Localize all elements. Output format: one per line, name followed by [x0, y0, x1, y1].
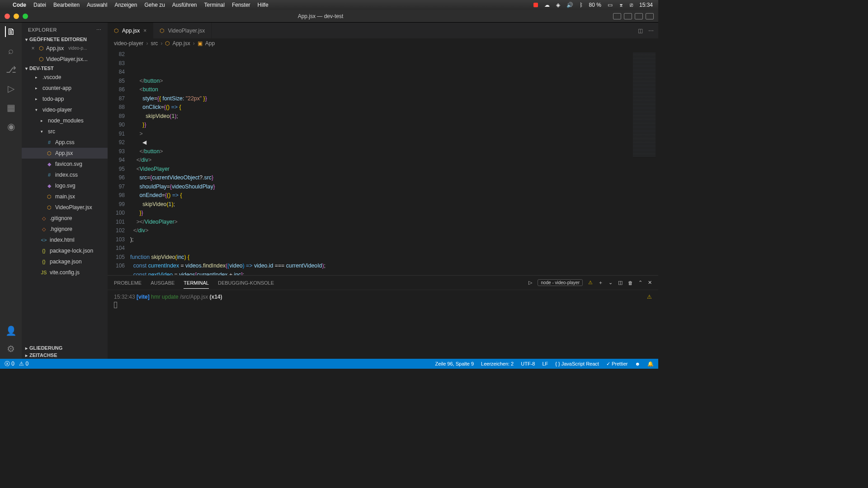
terminal-profile-label[interactable]: node - video-player — [538, 279, 583, 286]
maximize-window-button[interactable] — [23, 14, 28, 19]
error-count-icon[interactable]: ⓧ 0 — [5, 360, 14, 368]
terminal-launch-icon[interactable]: ▷ — [528, 280, 532, 286]
tree-item[interactable]: #App.css — [22, 137, 108, 148]
breadcrumbs[interactable]: video-player› src› ⬡ App.jsx› ▣ App — [108, 38, 658, 48]
language-mode[interactable]: { } JavaScript React — [555, 361, 599, 366]
bluetooth-icon[interactable]: ᛒ — [580, 2, 583, 8]
encoding[interactable]: UTF-8 — [521, 361, 535, 366]
extensions-icon[interactable]: ▦ — [5, 102, 16, 113]
tree-item[interactable]: ▾video-player — [22, 104, 108, 115]
source-control-icon[interactable]: ⎇ — [5, 64, 16, 75]
app-name[interactable]: Code — [13, 2, 26, 8]
open-editor-item[interactable]: ⬡VideoPlayer.jsx... — [22, 54, 108, 65]
file-icon: ⬡ — [46, 203, 52, 212]
menu-window[interactable]: Fenster — [232, 2, 250, 8]
panel-tab-output[interactable]: AUSGABE — [151, 280, 175, 286]
file-icon: ◆ — [46, 181, 52, 190]
menu-run[interactable]: Ausführen — [172, 2, 197, 8]
panel-tab-debug-console[interactable]: DEBUGGING-KONSOLE — [218, 280, 274, 286]
menu-view[interactable]: Anzeigen — [114, 2, 137, 8]
eol[interactable]: LF — [542, 361, 548, 366]
kill-terminal-icon[interactable]: 🗑 — [628, 280, 633, 286]
editor-tab[interactable]: ⬡App.jsx× — [108, 23, 153, 38]
tree-item[interactable]: ⬡main.jsx — [22, 191, 108, 202]
remote-icon[interactable]: ◉ — [5, 121, 16, 132]
terminal-dropdown-icon[interactable]: ⌄ — [609, 280, 613, 286]
project-section[interactable]: ▾ DEV-TEST — [22, 65, 108, 72]
traffic-lights — [5, 14, 28, 19]
accounts-icon[interactable]: 👤 — [5, 325, 16, 336]
file-icon: {} — [41, 257, 47, 266]
editor-more-icon[interactable]: ⋯ — [648, 28, 654, 34]
screen-record-icon[interactable] — [533, 3, 538, 7]
layout-bottom-icon[interactable] — [624, 13, 632, 19]
code-editor[interactable]: ⸼ </button> <button style={{ fontSize: "… — [130, 48, 622, 275]
settings-gear-icon[interactable]: ⚙ — [5, 343, 16, 354]
split-terminal-icon[interactable]: ◫ — [618, 280, 623, 286]
menu-edit[interactable]: Bearbeiten — [53, 2, 80, 8]
prettier-status[interactable]: ✓ Prettier — [606, 361, 628, 367]
panel-maximize-icon[interactable]: ⌃ — [638, 280, 642, 286]
editor-tab[interactable]: ⬡VideoPlayer.jsx — [153, 23, 212, 38]
panel-close-icon[interactable]: ✕ — [648, 280, 652, 286]
tree-item[interactable]: ◆favicon.svg — [22, 159, 108, 169]
tree-item[interactable]: #index.css — [22, 169, 108, 180]
tree-item[interactable]: ▸counter-app — [22, 83, 108, 94]
minimap[interactable] — [622, 48, 658, 275]
outline-section[interactable]: ▸ GLIEDERUNG — [22, 344, 108, 352]
menu-go[interactable]: Gehe zu — [144, 2, 165, 8]
file-icon: {} — [41, 246, 47, 255]
file-tree: ▸.vscode▸counter-app▸todo-app▾video-play… — [22, 72, 108, 344]
menu-file[interactable]: Datei — [33, 2, 46, 8]
tree-item[interactable]: ▸node_modules — [22, 115, 108, 126]
tree-item[interactable]: ▸todo-app — [22, 94, 108, 104]
indentation[interactable]: Leerzeichen: 2 — [481, 361, 514, 366]
search-icon[interactable]: ⌕ — [5, 45, 16, 56]
layout-customize-icon[interactable] — [646, 13, 654, 19]
panel-tab-problems[interactable]: PROBLEME — [114, 280, 142, 286]
notifications-icon[interactable]: 🔔 — [647, 361, 654, 367]
warning-count-icon[interactable]: ⚠ 0 — [19, 361, 28, 367]
menu-terminal[interactable]: Terminal — [204, 2, 225, 8]
tree-item[interactable]: ◇.hgignore — [22, 224, 108, 235]
split-editor-icon[interactable]: ◫ — [638, 28, 643, 34]
wifi-icon[interactable]: ⌆ — [619, 2, 623, 8]
tree-item[interactable]: <>index.html — [22, 235, 108, 245]
cursor-position[interactable]: Zeile 96, Spalte 9 — [435, 361, 474, 366]
menu-help[interactable]: Hilfe — [258, 2, 269, 8]
clock[interactable]: 15:34 — [639, 2, 653, 8]
warning-icon[interactable]: ⚠ — [588, 280, 593, 286]
control-center-icon[interactable]: ⎚ — [630, 2, 633, 8]
open-editors-section[interactable]: ▾ GEÖFFNETE EDITOREN — [22, 36, 108, 43]
feedback-icon[interactable]: ☻ — [635, 361, 640, 366]
timeline-section[interactable]: ▸ ZEITACHSE — [22, 352, 108, 359]
tree-item[interactable]: ◆logo.svg — [22, 180, 108, 191]
tree-item[interactable]: ▸.vscode — [22, 72, 108, 83]
new-terminal-icon[interactable]: ＋ — [598, 279, 603, 286]
terminal-output[interactable]: 15:32:43 [vite] hmr update /src/App.jsx … — [108, 290, 658, 359]
menu-selection[interactable]: Auswahl — [87, 2, 107, 8]
docker-icon[interactable]: ◈ — [556, 2, 560, 8]
run-debug-icon[interactable]: ▷ — [5, 83, 16, 94]
tree-item[interactable]: ▾src — [22, 126, 108, 137]
explorer-icon[interactable]: 🗎 — [5, 26, 16, 37]
window-titlebar: App.jsx — dev-test — [0, 10, 658, 23]
layout-right-icon[interactable] — [635, 13, 643, 19]
minimize-window-button[interactable] — [14, 14, 19, 19]
cloud-icon[interactable]: ☁︎ — [544, 2, 550, 8]
close-window-button[interactable] — [5, 14, 10, 19]
explorer-more-icon[interactable]: ⋯ — [96, 27, 102, 33]
tree-item[interactable]: ⬡VideoPlayer.jsx — [22, 202, 108, 213]
panel-tab-terminal[interactable]: TERMINAL — [184, 280, 209, 289]
tree-item[interactable]: {}package.json — [22, 256, 108, 267]
volume-icon[interactable]: 🔊 — [566, 2, 573, 8]
layout-left-icon[interactable] — [613, 13, 621, 19]
close-editor-icon[interactable]: × — [30, 44, 36, 53]
tree-item[interactable]: {}package-lock.json — [22, 245, 108, 256]
tree-item[interactable]: ◇.gitignore — [22, 213, 108, 224]
chevron-icon: ▸ — [35, 73, 40, 82]
close-tab-icon[interactable]: × — [143, 28, 146, 34]
tree-item[interactable]: ⬡App.jsx — [22, 148, 108, 159]
open-editor-item[interactable]: ×⬡App.jsxvideo-p... — [22, 43, 108, 54]
tree-item[interactable]: JSvite.config.js — [22, 267, 108, 278]
